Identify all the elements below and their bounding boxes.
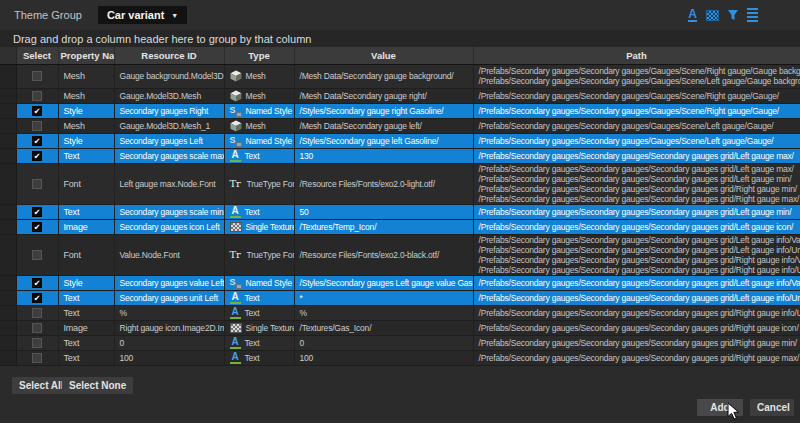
select-none-button[interactable]: Select None	[62, 377, 133, 394]
value-cell: /Resource Files/Fonts/exo2.0-light.otf/	[294, 163, 473, 204]
table-row[interactable]: ImageRight gauge icon.Image2D.ImageSingl…	[0, 320, 800, 335]
row-checkbox[interactable]	[32, 323, 42, 333]
path-cell: /Prefabs/Secondary gauges/Secondary gaug…	[473, 118, 800, 133]
type-cell: Mesh	[224, 64, 294, 88]
table-row[interactable]: ✔TextSecondary gauges scale min LeftATex…	[0, 204, 800, 219]
theme-group-label: Theme Group	[14, 9, 82, 21]
row-checkbox[interactable]: ✔	[32, 151, 42, 161]
table-row[interactable]: FontLeft gauge max.Node.FontTrTrueType F…	[0, 163, 800, 204]
row-checkbox[interactable]	[32, 353, 42, 363]
type-cell: SNamed Style	[224, 133, 294, 148]
table-row[interactable]: ✔TextSecondary gauges unit LeftAText*/Pr…	[0, 290, 800, 305]
row-gutter	[0, 148, 16, 163]
row-gutter	[0, 204, 16, 219]
type-cell: AText	[224, 350, 294, 365]
property-name-cell: Mesh	[58, 118, 114, 133]
select-cell	[16, 350, 58, 365]
property-name-cell: Mesh	[58, 64, 114, 88]
resource-id-cell: Secondary gauges Left	[114, 133, 224, 148]
row-checkbox[interactable]	[32, 338, 42, 348]
resource-id-cell: Secondary gauges scale min Left	[114, 204, 224, 219]
table-body: MeshGauge background.Model3D.MeshMesh/Me…	[0, 64, 800, 365]
resource-id-cell: 0	[114, 335, 224, 350]
text-icon: A	[230, 337, 241, 349]
column-header-property-name[interactable]: Property Name	[58, 47, 114, 64]
select-cell: ✔	[16, 148, 58, 163]
table-row[interactable]: MeshGauge background.Model3D.MeshMesh/Me…	[0, 64, 800, 88]
filter-tool-icon[interactable]	[725, 8, 740, 22]
row-gutter	[0, 275, 16, 290]
column-header-select[interactable]: Select	[16, 47, 58, 64]
text-icon: A	[230, 206, 241, 218]
property-name-cell: Font	[58, 234, 114, 275]
theme-group-dropdown[interactable]: Car variant ▼	[98, 6, 187, 24]
select-cell: ✔	[16, 290, 58, 305]
select-cell	[16, 88, 58, 103]
named-style-icon: S	[230, 277, 242, 289]
row-checkbox[interactable]	[32, 250, 42, 260]
property-name-cell: Mesh	[58, 88, 114, 103]
path-cell: /Prefabs/Secondary gauges/Secondary gaug…	[473, 163, 800, 204]
type-cell: AText	[224, 204, 294, 219]
table-row[interactable]: Text%AText%/Prefabs/Secondary gauges/Sec…	[0, 305, 800, 320]
column-header-path[interactable]: Path	[473, 47, 800, 64]
gutter-header	[0, 47, 16, 64]
value-cell: 100	[294, 350, 473, 365]
table-row[interactable]: ✔StyleSecondary gauges RightSNamed Style…	[0, 103, 800, 118]
font-tool-icon[interactable]: A	[685, 8, 700, 22]
path-cell: /Prefabs/Secondary gauges/Secondary gaug…	[473, 234, 800, 275]
row-checkbox[interactable]	[32, 308, 42, 318]
row-checkbox[interactable]	[32, 121, 42, 131]
path-cell: /Prefabs/Secondary gauges/Secondary gaug…	[473, 103, 800, 118]
path-cell: /Prefabs/Secondary gauges/Secondary gaug…	[473, 290, 800, 305]
texture-tool-icon[interactable]	[705, 8, 720, 22]
type-cell: Mesh	[224, 118, 294, 133]
mesh-icon	[230, 90, 242, 102]
row-checkbox[interactable]	[32, 71, 42, 81]
row-gutter	[0, 290, 16, 305]
table-row[interactable]: ✔StyleSecondary gauges value LeftSNamed …	[0, 275, 800, 290]
row-checkbox[interactable]: ✔	[32, 222, 42, 232]
resource-id-cell: Gauge background.Model3D.Mesh	[114, 64, 224, 88]
row-gutter	[0, 305, 16, 320]
value-cell: /Textures/Gas_Icon/	[294, 320, 473, 335]
cancel-button[interactable]: Cancel	[750, 399, 794, 416]
resource-id-cell: Gauge.Model3D.Mesh_1	[114, 118, 224, 133]
mouse-cursor-icon	[727, 402, 740, 420]
row-gutter	[0, 335, 16, 350]
group-by-bar[interactable]: Drag and drop a column header here to gr…	[0, 30, 800, 47]
table-row[interactable]: ✔TextSecondary gauges scale max LeftATex…	[0, 148, 800, 163]
row-checkbox[interactable]: ✔	[32, 278, 42, 288]
truetype-font-icon: Tr	[230, 249, 243, 261]
row-checkbox[interactable]: ✔	[32, 207, 42, 217]
column-header-value[interactable]: Value	[294, 47, 473, 64]
named-style-icon: S	[230, 105, 242, 117]
path-cell: /Prefabs/Secondary gauges/Secondary gaug…	[473, 305, 800, 320]
table-row[interactable]: MeshGauge.Model3D.Mesh_1Mesh/Mesh Data/S…	[0, 118, 800, 133]
path-cell: /Prefabs/Secondary gauges/Secondary gaug…	[473, 275, 800, 290]
column-header-resource-id[interactable]: Resource ID	[114, 47, 224, 64]
table-row[interactable]: ✔StyleSecondary gauges LeftSNamed Style/…	[0, 133, 800, 148]
row-checkbox[interactable]: ✔	[32, 106, 42, 116]
row-checkbox[interactable]: ✔	[32, 136, 42, 146]
named-style-icon: S	[230, 135, 242, 147]
table-row[interactable]: Text0AText0/Prefabs/Secondary gauges/Sec…	[0, 335, 800, 350]
path-cell: /Prefabs/Secondary gauges/Secondary gaug…	[473, 64, 800, 88]
row-checkbox[interactable]	[32, 91, 42, 101]
list-tool-icon[interactable]	[745, 8, 760, 22]
select-cell: ✔	[16, 133, 58, 148]
column-header-type[interactable]: Type	[224, 47, 294, 64]
table-header-row: SelectProperty NameResource IDTypeValueP…	[0, 47, 800, 64]
chevron-down-icon: ▼	[171, 12, 178, 19]
type-cell: TrTrueType Font	[224, 163, 294, 204]
row-checkbox[interactable]	[32, 179, 42, 189]
row-checkbox[interactable]: ✔	[32, 293, 42, 303]
property-name-cell: Image	[58, 219, 114, 234]
table-row[interactable]: ✔ImageSecondary gauges icon LeftSingle T…	[0, 219, 800, 234]
table-row[interactable]: Text100AText100/Prefabs/Secondary gauges…	[0, 350, 800, 365]
value-cell: 0	[294, 335, 473, 350]
text-icon: A	[230, 150, 241, 162]
table-row[interactable]: FontValue.Node.FontTrTrueType Font/Resou…	[0, 234, 800, 275]
table-row[interactable]: MeshGauge.Model3D.MeshMesh/Mesh Data/Sec…	[0, 88, 800, 103]
text-icon: A	[230, 352, 241, 364]
